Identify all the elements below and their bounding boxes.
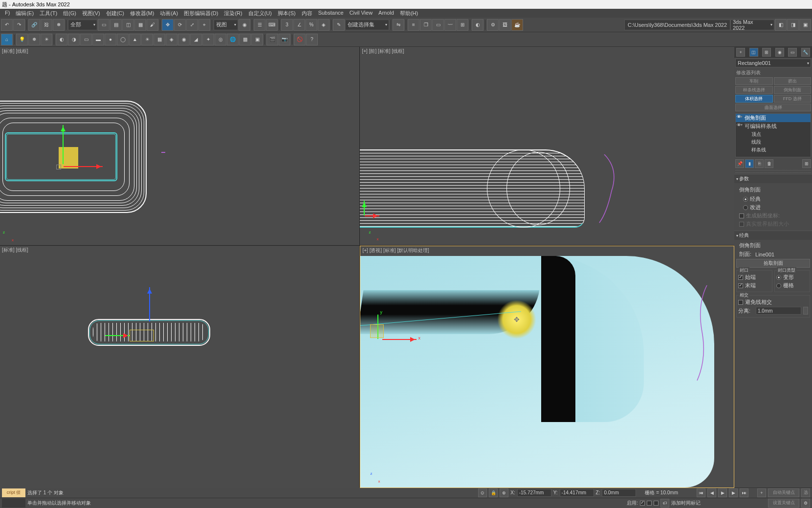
project-path-field[interactable]: C:\Users\ly368\Documents\3ds Max 2022 <box>624 20 730 30</box>
tab-display-icon[interactable]: ▭ <box>788 48 797 57</box>
edit-named-sel-icon[interactable]: ✎ <box>333 19 345 31</box>
rollout-classic-header[interactable]: 经典 <box>734 231 812 240</box>
pivot-icon[interactable]: ◉ <box>239 19 250 31</box>
select-region-icon[interactable]: ◫ <box>122 19 134 31</box>
preset-surf-select[interactable]: 曲面选择 <box>735 104 811 111</box>
light2-icon[interactable]: ❅ <box>28 34 40 45</box>
time-tag-icon[interactable]: 🏷 <box>660 499 669 508</box>
toggle-ribbon-icon[interactable]: ▭ <box>432 19 444 31</box>
menu-content[interactable]: 内容 <box>299 9 315 18</box>
workspace-btn2-icon[interactable]: ◨ <box>787 19 799 31</box>
menu-views[interactable]: 视图(V) <box>79 9 103 18</box>
forbid-icon[interactable]: 🚫 <box>294 34 306 45</box>
chk-avoid-intersect[interactable] <box>738 300 743 305</box>
light1-icon[interactable]: 💡 <box>16 34 28 45</box>
menu-modifiers[interactable]: 修改器(M) <box>127 9 157 18</box>
subobj-spline[interactable]: 样条线 <box>736 146 811 154</box>
viewport-front[interactable]: [+] [前] [标准] [线框] x <box>360 47 734 245</box>
checker-icon[interactable]: ▣ <box>251 34 263 45</box>
render-icon[interactable]: ☕ <box>511 19 523 31</box>
cone-icon[interactable]: ▲ <box>129 34 141 45</box>
undo-icon[interactable]: ↶ <box>1 19 13 31</box>
tab-create-icon[interactable]: + <box>736 48 745 57</box>
move-icon[interactable]: ✥ <box>162 19 174 31</box>
spot-light-icon[interactable]: ◢ <box>190 34 202 45</box>
set-key-button[interactable]: 设置关键点 <box>768 499 799 508</box>
chk-gen-coords[interactable] <box>739 213 744 218</box>
mesh-light-icon[interactable]: ◈ <box>166 34 177 45</box>
menu-animation[interactable]: 动画(A) <box>157 9 181 18</box>
scale-icon[interactable]: ⤢ <box>186 19 198 31</box>
preset-lathe[interactable]: 车削 <box>735 77 773 85</box>
separate-field[interactable]: 1.0mm <box>756 307 801 315</box>
chk-cap-start[interactable] <box>738 275 743 280</box>
viewport-left[interactable]: [标准] [线框] <box>0 246 359 488</box>
keyboard-icon[interactable]: ⌨ <box>266 19 278 31</box>
light3-icon[interactable]: ☀ <box>41 34 52 45</box>
grid-light-icon[interactable]: ▦ <box>154 34 165 45</box>
object-name-field[interactable]: Rectangle001 <box>735 59 811 67</box>
sun-icon[interactable]: ☀ <box>141 34 153 45</box>
material-icon[interactable]: ▩ <box>239 34 251 45</box>
placement-icon[interactable]: ⌖ <box>198 19 210 31</box>
chk-enable3[interactable] <box>654 501 658 506</box>
link-icon[interactable]: 🔗 <box>28 19 40 31</box>
ies-light-icon[interactable]: ✦ <box>202 34 214 45</box>
mirror-icon[interactable]: ⇋ <box>393 19 404 31</box>
plane-icon[interactable]: ▬ <box>92 34 104 45</box>
auto-key-button[interactable]: 自动关键点 <box>768 488 799 497</box>
align-icon[interactable]: ≡ <box>408 19 419 31</box>
redo-icon[interactable]: ↷ <box>13 19 25 31</box>
spinner-snap-icon[interactable]: ◈ <box>318 19 329 31</box>
maxscript-mini[interactable] <box>2 499 25 508</box>
env-light-icon[interactable]: 🌐 <box>227 34 239 45</box>
chk-enable1[interactable] <box>640 501 645 506</box>
clapper-icon[interactable]: 🎬 <box>266 34 278 45</box>
angle-snap-icon[interactable]: ∠ <box>293 19 305 31</box>
tab-hierarchy-icon[interactable]: ⊞ <box>762 48 771 57</box>
torus-icon[interactable]: ◯ <box>117 34 129 45</box>
box-icon[interactable]: ▭ <box>80 34 92 45</box>
pin-stack-icon[interactable]: 📌 <box>735 159 744 168</box>
light4-icon[interactable]: ◐ <box>56 34 67 45</box>
radio-morph[interactable] <box>776 275 781 280</box>
modifier-editable-spline[interactable]: 👁▾可编辑样条线 <box>736 122 811 130</box>
rotate-icon[interactable]: ⟳ <box>174 19 186 31</box>
chk-cap-end[interactable] <box>738 283 743 288</box>
menu-script[interactable]: 脚本(S) <box>275 9 299 18</box>
menu-graph[interactable]: 图形编辑器(D) <box>181 9 221 18</box>
help-icon[interactable]: ? <box>306 34 318 45</box>
selection-filter-dropdown[interactable]: 全部 <box>68 20 97 30</box>
menu-arnold[interactable]: Arnold <box>375 9 397 18</box>
light5-icon[interactable]: ◑ <box>68 34 80 45</box>
viewport-perspective[interactable]: [+] [透视] [标准] [默认明暗处理] x <box>360 246 734 488</box>
btn-pick-profile[interactable]: 拾取剖面 <box>736 259 810 268</box>
maxscript-listener[interactable]: cript 侦 <box>2 488 25 497</box>
key-mode-icon[interactable]: + <box>757 488 766 497</box>
render-frame-icon[interactable]: 🖼 <box>499 19 511 31</box>
layer-icon[interactable]: ❐ <box>420 19 432 31</box>
radio-grid[interactable] <box>776 283 781 288</box>
window-crossing-icon[interactable]: ▦ <box>134 19 146 31</box>
isolate-icon[interactable]: ⊙ <box>478 488 487 497</box>
preset-extrude[interactable]: 挤出 <box>774 77 812 85</box>
tab-utilities-icon[interactable]: 🔧 <box>801 48 810 57</box>
menu-substance[interactable]: Substance <box>315 9 347 18</box>
configure-sets-icon[interactable]: ⊞ <box>802 159 811 168</box>
home-icon[interactable]: ⌂ <box>1 34 13 45</box>
menu-customize[interactable]: 自定义(U) <box>245 9 275 18</box>
ref-coord-dropdown[interactable]: 视图 <box>214 20 238 30</box>
manipulate-icon[interactable]: ☰ <box>254 19 265 31</box>
show-end-result-icon[interactable]: ▮ <box>745 159 754 168</box>
sphere-icon[interactable]: ● <box>105 34 116 45</box>
menu-civil[interactable]: Civil View <box>347 9 375 18</box>
menu-group[interactable]: 组(G) <box>60 9 79 18</box>
preset-vol-select[interactable]: 体积选择 <box>735 95 773 103</box>
next-frame-icon[interactable]: ▶ <box>729 488 738 497</box>
select-icon[interactable]: ▭ <box>98 19 110 31</box>
chk-enable2[interactable] <box>647 501 652 506</box>
goto-start-icon[interactable]: ⏮ <box>697 488 705 497</box>
photometric-icon[interactable]: ◎ <box>215 34 226 45</box>
modifier-bevel-profile[interactable]: 👁▸倒角剖面 <box>736 114 811 122</box>
y-coord-field[interactable]: -14.417mm <box>560 489 594 497</box>
